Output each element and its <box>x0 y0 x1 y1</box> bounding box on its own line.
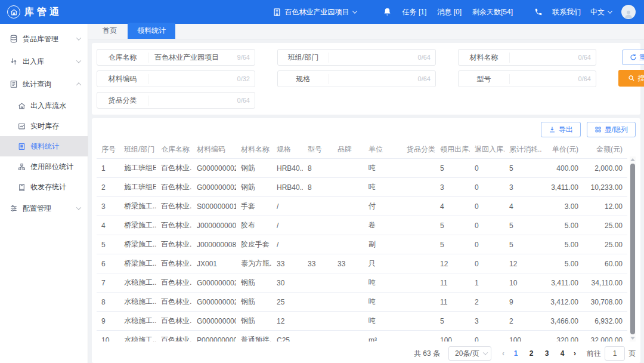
export-button[interactable]: 导出 <box>541 122 581 137</box>
table-cell: J0000000088 <box>192 235 236 254</box>
column-header: 材料名称 <box>236 141 272 159</box>
tasks-link[interactable]: 任务 [1] <box>402 7 427 17</box>
page-button-3[interactable]: 3 <box>540 346 553 361</box>
scrollbar-thumb[interactable] <box>630 164 635 334</box>
home-logo-icon <box>7 5 20 19</box>
project-switcher[interactable]: 百色林业产业园项目 <box>273 7 357 17</box>
table-cell: 34,110.00 <box>583 273 627 293</box>
table-cell: 2 <box>97 178 119 197</box>
page-size-select[interactable]: 20条/页 <box>448 346 491 361</box>
table-toolbar: 导出 显/隐列 <box>97 118 636 141</box>
table-cell <box>333 331 364 342</box>
table-cell: 32,000.00 <box>583 331 627 342</box>
table-cell: 百色林业... <box>156 159 192 178</box>
table-cell: 12.00 <box>583 197 627 216</box>
sidebar-item-material-stats[interactable]: 领料统计 <box>0 136 88 156</box>
sidebar-item-statistics[interactable]: 统计查询 <box>0 73 88 96</box>
table-cell: 5 <box>504 159 541 178</box>
goods-category-input[interactable] <box>148 96 237 104</box>
table-cell: 百色林业... <box>156 293 192 312</box>
scroll-up-icon[interactable] <box>630 158 635 161</box>
table-row: 1施工班组E百色林业...G000000002...钢筋HRB40...8吨50… <box>97 159 627 178</box>
reset-button[interactable]: 重置 <box>622 50 644 65</box>
topbar-right-group: 联系我们 中文 <box>534 5 636 19</box>
toggle-columns-button[interactable]: 显/隐列 <box>587 122 636 137</box>
table-cell: 只 <box>364 254 402 273</box>
table-cell: 33 <box>333 254 364 273</box>
avatar[interactable] <box>621 5 636 19</box>
page-button-4[interactable]: 4 <box>556 346 569 361</box>
table-cell: 11 <box>435 273 470 293</box>
page-button-2[interactable]: 2 <box>525 346 538 361</box>
team-department-input[interactable] <box>329 53 418 61</box>
vertical-scrollbar[interactable] <box>630 156 636 342</box>
notification-group: 任务 [1] 消息 [0] 剩余天数[54] <box>383 7 513 17</box>
table-cell: 8 <box>303 178 333 197</box>
table-header-row: 序号班组/部门仓库名称材料编码材料名称规格型号品牌单位货品分类领用出库...退回… <box>97 141 627 159</box>
scroll-down-icon[interactable] <box>630 337 635 340</box>
table-cell: 付 <box>364 197 402 216</box>
page-button-1[interactable]: 1 <box>509 346 522 361</box>
table-cell: 4 <box>435 197 470 216</box>
chevron-down-icon <box>76 205 81 210</box>
column-header: 货品分类 <box>402 141 435 159</box>
table-cell: P0000000006 <box>192 331 236 342</box>
table-cell: 4 <box>97 216 119 235</box>
table-cell: G000000002... <box>192 178 236 197</box>
sidebar-item-realtime-stock[interactable]: 实时库存 <box>0 116 88 136</box>
table-cell: 100 <box>504 331 541 342</box>
chevron-up-icon <box>76 82 81 87</box>
tab-home[interactable]: 首页 <box>93 23 126 39</box>
column-header: 品牌 <box>333 141 364 159</box>
table-cell: 12 <box>504 254 541 273</box>
language-switcher[interactable]: 中文 <box>590 7 612 17</box>
table-cell: 25.00 <box>583 235 627 254</box>
sidebar-item-in-out[interactable]: 出入库 <box>0 50 88 73</box>
sidebar-item-inout-flow[interactable]: 出入库流水 <box>0 96 88 116</box>
warehouse-name-input[interactable] <box>148 53 237 61</box>
material-code-input[interactable] <box>148 75 237 83</box>
table-cell: 钢筋 <box>236 159 272 178</box>
table-cell: 百色林业... <box>156 312 192 331</box>
sidebar-item-label: 货品库管理 <box>23 34 72 44</box>
chevron-down-icon <box>76 58 81 63</box>
sidebar-item-label: 出入库 <box>23 57 72 67</box>
table-cell: 10 <box>504 273 541 293</box>
char-counter: 0/32 <box>237 75 250 82</box>
table-cell: 桥梁施工... <box>119 254 156 273</box>
table-row: 5桥梁施工...百色林业...J0000000088胶皮手套/副5055.002… <box>97 235 627 254</box>
table-cell: 1 <box>470 273 504 293</box>
table-cell: S0000000010 <box>192 197 236 216</box>
search-label: 搜索 <box>638 73 644 84</box>
sidebar-item-config[interactable]: 配置管理 <box>0 197 88 220</box>
tab-material-stats[interactable]: 领料统计 <box>128 23 175 39</box>
spec-input[interactable] <box>329 75 418 83</box>
sidebar-item-receive-send-stats[interactable]: 收发存统计 <box>0 177 88 197</box>
contact-link[interactable]: 联系我们 <box>552 7 581 17</box>
search-button[interactable]: 搜索 <box>618 70 644 87</box>
table-cell: 1 <box>97 159 119 178</box>
table-cell: 水稳施工... <box>119 312 156 331</box>
phone-icon <box>534 8 543 16</box>
filter-material-name: 材料名称 0/64 <box>458 49 596 66</box>
next-page-button[interactable]: › <box>571 349 578 358</box>
prev-page-button[interactable]: ‹ <box>500 349 507 358</box>
model-input[interactable] <box>510 75 578 83</box>
table-row: 10水稳施工...百色林业...P0000000006普通预拌...C25m³1… <box>97 331 627 342</box>
table-cell: 副 <box>364 235 402 254</box>
field-label: 货品分类 <box>97 96 148 106</box>
in-out-icon <box>10 57 18 66</box>
download-icon <box>549 126 556 133</box>
material-name-input[interactable] <box>510 53 578 61</box>
messages-link[interactable]: 消息 [0] <box>437 7 462 17</box>
goto-page-input[interactable] <box>605 346 625 361</box>
sidebar-item-usage-location-stats[interactable]: 使用部位统计 <box>0 156 88 177</box>
top-navbar: 库管通 百色林业产业园项目 任务 [1] 消息 [0] 剩余天数[54] 联系我… <box>0 0 644 24</box>
sidebar-item-goods-library[interactable]: 货品库管理 <box>0 27 88 50</box>
table-cell: 9 <box>504 293 541 312</box>
material-list-icon <box>18 143 26 150</box>
table-row: 9水稳施工...百色林业...G0000000003钢筋12吨5323,466.… <box>97 312 627 331</box>
char-counter: 0/64 <box>237 97 250 104</box>
table-cell: 百色林业... <box>156 197 192 216</box>
bell-icon[interactable] <box>383 7 392 17</box>
